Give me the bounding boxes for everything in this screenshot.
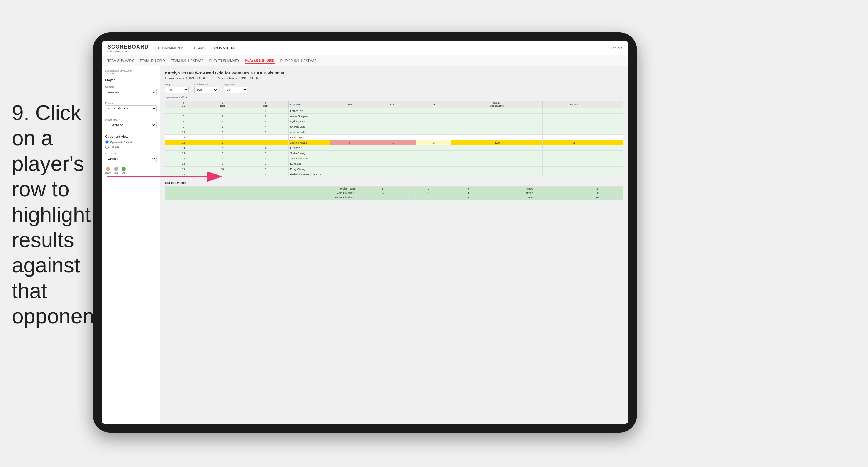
region-filter-select[interactable]: (All) (165, 87, 189, 93)
division-section: Division NCAA Division III (105, 102, 157, 115)
sub-nav-team-h2h-grid[interactable]: TEAM H2H GRID (140, 58, 165, 64)
player-rank-select[interactable]: 8. Katelyn Vo (105, 122, 157, 128)
ood-table: Foreign Team1004.5002NAIA Division 11500… (165, 186, 623, 200)
region-filter-group: Region (All) (165, 83, 189, 93)
opponent-filter-select[interactable]: (All) (224, 87, 247, 93)
tablet-screen: SCOREBOARD Powered by clippd TOURNAMENTS… (101, 41, 628, 424)
opponent-filter-group: Opponent (All) (224, 83, 247, 93)
colour-by-section: Colour by Win/loss Down Level (105, 152, 157, 174)
logo-text: SCOREBOARD (107, 44, 149, 50)
table-row[interactable]: 1585Stella Chang (165, 151, 623, 156)
sub-nav-team-summary[interactable]: TEAM SUMMARY (107, 58, 134, 64)
overall-record: Overall Record: 353 - 34 - 6 (165, 76, 205, 80)
table-row[interactable]: 19106Emily Chang (165, 166, 623, 172)
opponent-filter-label: Opponent (224, 83, 247, 86)
last-updated: Last Updated: 27/03/2024 16:55:38 (105, 69, 157, 75)
colour-dots: Down Level Up (105, 167, 157, 174)
col-tie: Tie (416, 101, 452, 108)
colour-by-label: Colour by (105, 152, 157, 155)
division-record: Division Record: 331 - 34 - 6 (217, 76, 258, 80)
conference-filter-group: Conference (All) (194, 83, 218, 93)
region-filter-label: Region (165, 83, 189, 86)
player-section: Player (105, 78, 157, 82)
table-row[interactable]: 1063Andrea York (165, 129, 623, 135)
sub-nav-player-h2h-heatmap[interactable]: PLAYER H2H HEATMAP (280, 58, 317, 64)
table-row[interactable]: 914Sharon Mun (165, 124, 623, 129)
nav-teams[interactable]: TEAMS (193, 45, 206, 52)
col-div: #Div (165, 101, 202, 108)
radio-opponents-played[interactable]: Opponents Played (105, 140, 157, 144)
conference-filter-label: Conference (194, 83, 218, 86)
division-select[interactable]: NCAA Division III (105, 105, 157, 112)
sub-nav-player-h2h-grid[interactable]: PLAYER H2H GRID (245, 57, 275, 64)
table-row[interactable]: 31Esther Lee (165, 108, 623, 114)
col-extra (606, 101, 623, 108)
player-section-title: Player (105, 78, 157, 82)
nav-tournaments[interactable]: TOURNAMENTS (157, 45, 185, 52)
col-loss: Loss (370, 101, 416, 108)
grid-header: Katelyn Vo Head-to-Head Grid for Women's… (165, 71, 623, 80)
legend-level: Level (113, 167, 119, 174)
opponent-view-title: Opponent view (105, 135, 157, 138)
sign-out-button[interactable]: Sign out (609, 46, 622, 50)
nav-links: TOURNAMENTS TEAMS COMMITTEE (157, 45, 609, 52)
opponents-label: Opponents: (All) ▼ (165, 96, 623, 99)
table-row[interactable]: 1691Jessica Mason (165, 156, 623, 161)
ood-table-row: NCAA Division 25007.40010 (165, 195, 623, 200)
table-row[interactable]: 1474Eunice Yi (165, 145, 623, 151)
logo: SCOREBOARD Powered by clippd (107, 44, 149, 53)
col-reg: #Reg (202, 101, 243, 108)
logo-sub: Powered by clippd (107, 50, 149, 53)
table-row[interactable]: 131Jessica Huang010-3.002 (165, 140, 623, 145)
table-row[interactable]: 613Sydney Kuo (165, 119, 623, 124)
gender-section: Gender Women's (105, 85, 157, 98)
division-label: Division (105, 102, 157, 105)
legend-up: Up (122, 167, 126, 174)
annotation-text: 9. Click on a player's row to highlight … (12, 100, 94, 329)
out-of-division: Out of division Foreign Team1004.5002NAI… (165, 181, 623, 200)
opponent-view-section: Opponent view Opponents Played Top 100 (105, 135, 157, 149)
nav-bar: SCOREBOARD Powered by clippd TOURNAMENTS… (101, 41, 628, 55)
legend-down: Down (105, 167, 111, 174)
conference-filter-select[interactable]: (All) (194, 87, 218, 93)
filters-row: Region (All) Conference (All) Opponent (165, 83, 623, 93)
player-rank-label: Player (Rank) (105, 118, 157, 121)
table-row[interactable]: 522Alexis Sudijanto (165, 114, 623, 119)
gender-label: Gender (105, 85, 157, 88)
col-win: Win (330, 101, 370, 108)
grid-area: Katelyn Vo Head-to-Head Grid for Women's… (160, 66, 628, 424)
nav-committee[interactable]: COMMITTEE (215, 45, 236, 52)
gender-select[interactable]: Women's (105, 89, 157, 95)
sub-nav-team-h2h-heatmap[interactable]: TEAM H2H HEATMAP (171, 58, 204, 64)
grid-title: Katelyn Vo Head-to-Head Grid for Women's… (165, 71, 623, 75)
main-content: Last Updated: 27/03/2024 16:55:38 Player… (101, 66, 628, 424)
left-panel: Last Updated: 27/03/2024 16:55:38 Player… (101, 66, 160, 424)
radio-top-100[interactable]: Top 100 (105, 145, 157, 149)
tablet-shell: SCOREBOARD Powered by clippd TOURNAMENTS… (93, 32, 637, 433)
ood-table-row: Foreign Team1004.5002 (165, 187, 623, 191)
out-of-division-title: Out of division (165, 181, 623, 185)
col-conf: #Conf (243, 101, 288, 108)
col-opponent: Opponent (289, 101, 330, 108)
colour-by-select[interactable]: Win/loss (105, 156, 157, 162)
table-row[interactable]: 1822Euna Lee (165, 161, 623, 166)
sub-nav: TEAM SUMMARY TEAM H2H GRID TEAM H2H HEAT… (101, 55, 628, 66)
ood-table-row: NAIA Division 115009.26730 (165, 191, 623, 195)
table-row[interactable]: 131Haeju Hyun (165, 135, 623, 140)
h2h-table: #Div #Reg #Conf Opponent Win Loss Tie Di… (165, 101, 623, 177)
player-rank-section: Player (Rank) 8. Katelyn Vo (105, 118, 157, 131)
col-rounds: Rounds (542, 101, 606, 108)
table-row[interactable]: 20117Federica Domecq Lacroze (165, 172, 623, 177)
col-diff: Diff AvStrokes/Rnd (452, 101, 542, 108)
sub-nav-player-summary[interactable]: PLAYER SUMMARY (210, 58, 240, 64)
grid-records: Overall Record: 353 - 34 - 6 Division Re… (165, 76, 623, 80)
